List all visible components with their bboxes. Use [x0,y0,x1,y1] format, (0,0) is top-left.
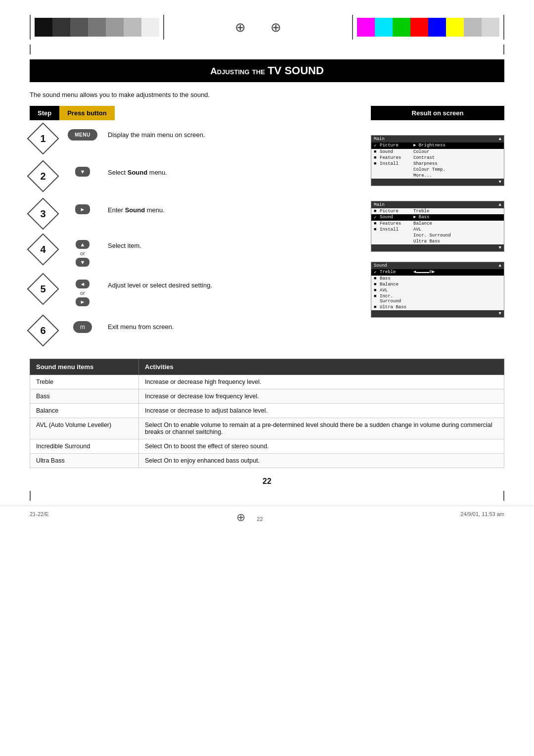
step-3-desc: Enter Sound menu. [108,200,359,214]
s1r3-col2: Contrast [413,155,435,160]
screen1-title: Main [374,137,385,142]
s2r6-col1 [380,239,413,244]
result-header-wrap: Result on screen [371,106,504,120]
screen1-header: Main ▲ [371,136,504,142]
color-bar-black [35,18,52,37]
item-ultrabass-name: Ultra Bass [30,454,139,468]
table-header-activities: Activities [139,359,504,375]
s3r1-col1: Treble [380,270,413,275]
screen3-row-1: ✓ Treble ◄▬▬▬▬▬0► [371,269,504,276]
s2r4-icon: ■ [374,227,380,232]
header-result: Result on screen [371,106,504,120]
s3r6-col1: Ultra Bass [380,305,413,310]
item-avl-name: AVL (Auto Volume Leveller) [30,418,139,439]
step-5-button-left[interactable]: ◄ [76,280,90,288]
step-5-button-right[interactable]: ► [76,297,90,306]
step-5-or: or [80,290,85,296]
screen2-row-4: ■ Install AVL [371,227,504,233]
s2r2-col2: ► Bass [413,215,429,220]
s1r2-col2: Colour [413,149,429,154]
color-bar-magenta [357,18,375,37]
page: ⊕ ⊕ Adjusting the TV Sound The sound [0,0,534,756]
step-row-5: 5 ◄ or ► Adjust level or select desired … [30,276,359,306]
s2r3-icon: ■ [374,221,380,226]
step-2-desc: Select Sound menu. [108,163,359,176]
screen1-row-2: ■ Sound Colour [371,149,504,155]
step-6-button-wrap: m [65,317,100,333]
s1r1-col2: ► Brightness [413,143,445,148]
top-bar-area: ⊕ ⊕ [0,0,534,45]
step-3-label: 3 [40,208,45,220]
color-bar-blue [428,18,446,37]
s3r5-col1: Incr. Surround [380,294,413,304]
s1r4-icon: ■ [374,161,380,166]
s2r3-col1: Features [380,221,413,226]
border-lines-bottom [0,491,534,501]
s1r4-col2: Sharpness [413,161,438,166]
step-3-number: 3 [30,200,56,227]
center-marks: ⊕ ⊕ [235,20,281,35]
s3r2-col1: Bass [380,276,413,281]
s2r6-icon [374,239,380,244]
border-tick-left [30,45,31,54]
step-3-button[interactable]: ► [75,204,90,214]
table-row: Ultra Bass Select On to enjoy enhanced b… [30,454,504,468]
s3r4-icon: ■ [374,288,380,293]
s1r5-col2: Colour Temp. [413,167,445,172]
s2r1-col2: Treble [413,209,429,214]
step-4-label: 4 [40,244,45,255]
table-row: Balance Increase or decrease to adjust b… [30,404,504,418]
right-color-bars [352,15,504,40]
s2r5-icon [374,233,380,238]
item-treble-name: Treble [30,375,139,389]
s2r5-col1 [380,233,413,238]
reg-mark-footer: ⊕ [236,511,245,523]
screen1-footer: ▼ [371,179,504,186]
screen2-row-3: ■ Features Balance [371,221,504,227]
step-row-3: 3 ► Enter Sound menu. [30,200,359,227]
screen2-footer: ▼ [371,244,504,251]
screen-mockup-2: Main ▲ ■ Picture Treble ✓ Sound ► Bass [371,201,504,252]
steps-section: Step Press button 1 MENU Display the mai… [30,106,359,349]
s3r3-col1: Balance [380,282,413,287]
s3r1-col2: ◄▬▬▬▬▬0► [413,270,435,275]
step-6-number: 6 [30,317,56,344]
s2r2-icon: ✓ [374,215,380,220]
item-surround-desc: Select On to boost the effect of stereo … [139,439,504,454]
screen3-arrow-up: ▲ [499,263,501,268]
step-1-number: 1 [30,125,56,152]
color-bar-ltgray [464,18,482,37]
page-title: Adjusting the TV Sound [30,59,504,82]
screen2-row-2: ✓ Sound ► Bass [371,214,504,221]
screen2-row-1: ■ Picture Treble [371,208,504,214]
step-4-button-up[interactable]: ▲ [76,240,90,249]
color-bar-white [141,18,159,37]
screen3-title: Sound [374,263,387,268]
table-header-items: Sound menu items [30,359,139,375]
table-row: Incredible Surround Select On to boost t… [30,439,504,454]
item-surround-name: Incredible Surround [30,439,139,454]
reg-mark-left: ⊕ [235,20,246,35]
step-6-button[interactable]: m [73,321,92,333]
left-color-bars [30,15,164,40]
left-border-rule [30,15,31,40]
step-1-button-wrap: MENU [65,125,100,141]
screen2-row-6: Ultra Bass [371,238,504,244]
step-4-button-down[interactable]: ▼ [76,258,90,267]
footer-right: 24/9/01, 11:53 am [460,511,504,524]
right-border-rule [352,15,353,40]
s1r1-icon: ✓ [374,143,380,148]
screen3-row-2: ■ Bass [371,276,504,282]
result-section: Result on screen Main ▲ ✓ Picture ► Brig… [371,106,504,324]
page-number: 22 [30,477,504,486]
main-content: The sound menu allows you to make adjust… [0,91,534,486]
step-1-button[interactable]: MENU [68,129,97,141]
s1r6-icon [374,173,380,178]
footer-left: 21-22/E [30,511,49,524]
screen3-footer: ▼ [371,310,504,317]
item-treble-desc: Increase or decrease high frequency leve… [139,375,504,389]
step-2-button[interactable]: ▼ [75,167,90,177]
border-lines-top [0,45,534,54]
table-row: Bass Increase or decrease low frequency … [30,389,504,404]
step-row-4: 4 ▲ or ▼ Select item. [30,236,359,267]
